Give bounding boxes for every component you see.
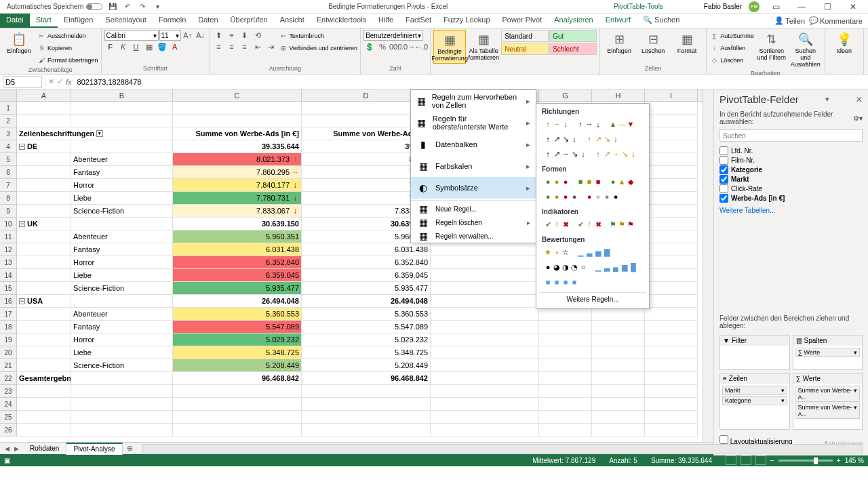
cf-highlight-rules[interactable]: ▦Regeln zum Hervorheben von Zellen▸	[411, 90, 536, 112]
italic-icon[interactable]: K	[117, 41, 130, 52]
zoom-slider[interactable]	[778, 460, 833, 462]
decrease-decimal-icon[interactable]: ←.0	[415, 41, 427, 52]
iconset-5arrows-color[interactable]: ↑↗→↘↓	[592, 148, 639, 160]
autosave-toggle[interactable]: Automatisches Speichern	[7, 3, 102, 10]
area-chip[interactable]: Summe von Werbe-A...▾	[795, 386, 861, 402]
col-header[interactable]: I	[645, 89, 698, 101]
percent-icon[interactable]: %	[376, 41, 389, 52]
formula-input[interactable]: 8021373,18288478	[75, 78, 868, 86]
undo-icon[interactable]: ↶	[123, 2, 132, 12]
fx-icon[interactable]: fx	[66, 78, 72, 86]
tab-fuzzy[interactable]: Fuzzy Lookup	[437, 14, 496, 28]
sheet-nav-last-icon[interactable]: ▶	[12, 445, 20, 452]
iconset-more-rules[interactable]: Weitere Regeln...	[539, 292, 646, 306]
increase-decimal-icon[interactable]: .0→	[402, 41, 414, 52]
iconset-3flags[interactable]: ⚑⚑⚑	[607, 218, 637, 230]
align-middle-icon[interactable]: ≡	[226, 30, 238, 41]
iconset-4arrows-gray[interactable]: ↑↗↘↓	[542, 133, 580, 145]
zoom-out-icon[interactable]: −	[770, 457, 774, 464]
col-header[interactable]: B	[71, 89, 173, 101]
field-item[interactable]: Film-Nr.	[719, 155, 863, 165]
grow-font-icon[interactable]: A↑	[182, 30, 194, 41]
view-pagebreak-icon[interactable]	[755, 455, 766, 465]
find-select-button[interactable]: 🔍Suchen und Auswählen	[789, 30, 822, 69]
iconset-3trafficlights-rimmed[interactable]: ■■■	[574, 176, 604, 188]
user-avatar[interactable]: FB	[749, 1, 760, 12]
orientation-icon[interactable]: ⟲	[252, 30, 264, 41]
fill-color-icon[interactable]: 🪣	[156, 41, 168, 52]
tab-pagelayout[interactable]: Seitenlayout	[99, 14, 153, 28]
ribbon-options-icon[interactable]: ▭	[766, 1, 785, 13]
accept-formula-icon[interactable]: ✓	[57, 77, 63, 86]
align-center-icon[interactable]: ≡	[226, 41, 238, 52]
cancel-formula-icon[interactable]: ✕	[48, 77, 54, 86]
tab-search[interactable]: 🔍 Suchen	[637, 14, 686, 28]
save-icon[interactable]: 💾	[108, 2, 117, 12]
paste-button[interactable]: 📋Einfügen	[3, 30, 35, 56]
number-format-combo[interactable]: Benutzerdefiniert▾	[363, 30, 423, 41]
tab-insert[interactable]: Einfügen	[58, 14, 99, 28]
sheet-tab[interactable]: Pivot-Analyse	[66, 443, 122, 455]
comments-button[interactable]: 💬 Kommentare	[809, 14, 863, 28]
tab-design[interactable]: Entwurf	[599, 14, 637, 28]
area-chip[interactable]: Summe von Werbe-A...▾	[795, 403, 861, 419]
tab-analyze[interactable]: Analysieren	[548, 14, 599, 28]
view-pagelayout-icon[interactable]	[741, 455, 751, 465]
align-right-icon[interactable]: ≡	[239, 41, 251, 52]
view-normal-icon[interactable]	[726, 455, 736, 465]
iconset-4trafficlights[interactable]: ●●●●	[542, 190, 580, 203]
indent-decrease-icon[interactable]: ⇤	[252, 41, 264, 52]
area-chip[interactable]: Kategorie▾	[722, 396, 787, 405]
fill-button[interactable]: ↓Ausfüllen	[709, 42, 754, 54]
close-icon[interactable]: ✕	[844, 1, 863, 13]
style-good[interactable]: Gut	[549, 30, 597, 42]
col-header[interactable]: A	[17, 89, 71, 101]
minimize-icon[interactable]: —	[792, 1, 811, 13]
maximize-icon[interactable]: ☐	[818, 1, 837, 13]
iconset-3arrows-gray[interactable]: ↑→↓	[574, 118, 604, 130]
select-all-corner[interactable]	[0, 89, 17, 101]
pane-dropdown-icon[interactable]: ▾	[825, 95, 829, 104]
sheet-tab[interactable]: Rohdaten	[23, 443, 66, 455]
iconset-redtoblack[interactable]: ●●●●	[583, 190, 622, 203]
area-chip[interactable]: ∑ Werte▾	[795, 348, 861, 357]
sheet-nav-first-icon[interactable]: ◀	[3, 445, 11, 452]
record-macro-icon[interactable]: ▣	[4, 457, 10, 464]
style-bad[interactable]: Schlecht	[549, 43, 597, 55]
conditional-formatting-button[interactable]: ▦Bedingte Formatierung	[433, 30, 466, 64]
field-item[interactable]: Lfd. Nr.	[719, 146, 863, 155]
cf-manage-rules[interactable]: ▦Regeln verwalten...	[411, 229, 536, 243]
tab-help[interactable]: Hilfe	[372, 14, 399, 28]
iconset-3arrows-color[interactable]: ↑→↓	[542, 118, 572, 130]
iconset-5ratings[interactable]: ▁▃▄▆█	[592, 261, 639, 273]
style-neutral[interactable]: Neutral	[501, 43, 549, 55]
iconset-3symbols[interactable]: ✔!✖	[574, 218, 604, 230]
iconset-3symbols-circled[interactable]: ✔!✖	[542, 218, 572, 230]
field-item[interactable]: Kategorie	[719, 165, 863, 174]
border-icon[interactable]: ▦	[143, 41, 155, 52]
col-header[interactable]: G	[539, 89, 592, 101]
cf-clear-rules[interactable]: ▦Regeln löschen▸	[411, 216, 536, 229]
field-item[interactable]: Markt	[719, 174, 863, 184]
field-item[interactable]: Click-Rate	[719, 184, 863, 193]
share-button[interactable]: 👤 Teilen	[774, 14, 805, 28]
currency-icon[interactable]: 💲	[363, 41, 376, 52]
bold-icon[interactable]: F	[104, 41, 117, 52]
tab-view[interactable]: Ansicht	[274, 14, 311, 28]
iconset-5quarters[interactable]: ●◕◑◔○	[542, 261, 589, 273]
format-painter-button[interactable]: 🖌Format übertragen	[37, 54, 98, 66]
col-header[interactable]: C	[173, 89, 302, 101]
cf-data-bars[interactable]: ▮Datenbalken▸	[411, 134, 536, 155]
delete-cells-button[interactable]: ⊟Löschen	[637, 30, 669, 56]
sort-filter-button[interactable]: ⇅Sortieren und Filtern	[755, 30, 788, 62]
iconset-5arrows-gray[interactable]: ↑↗→↘↓	[542, 148, 589, 160]
area-filters[interactable]: ▼Filter	[719, 335, 790, 370]
cf-top-bottom-rules[interactable]: ▦Regeln für oberste/unterste Werte▸	[411, 112, 536, 134]
tab-start[interactable]: Start	[30, 14, 58, 28]
more-tables-link[interactable]: Weitere Tabellen...	[714, 204, 868, 217]
font-color-icon[interactable]: A	[169, 41, 181, 52]
vertical-scrollbar[interactable]	[703, 89, 713, 442]
iconset-3signs[interactable]: ●▲◆	[607, 176, 637, 188]
qat-customize-icon[interactable]: ▾	[153, 2, 162, 12]
format-as-table-button[interactable]: ▦Als Tabelle formatieren	[467, 30, 500, 62]
